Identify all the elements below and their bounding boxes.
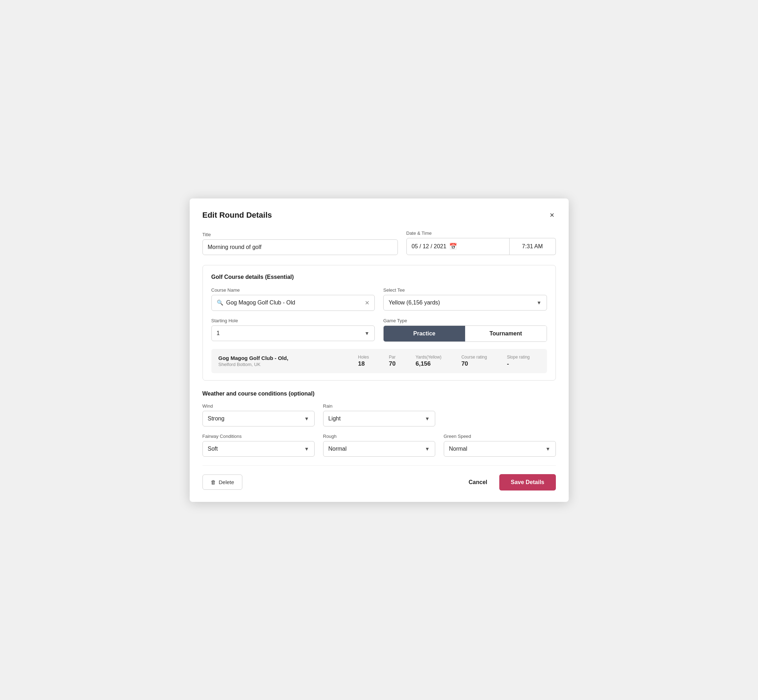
chevron-down-icon: ▼ [365,330,370,336]
course-tee-row: Course Name 🔍 Gog Magog Golf Club - Old … [211,288,547,311]
course-rating-label: Course rating [461,355,487,359]
rain-field-group: Rain Light ▼ [323,403,435,427]
select-tee-group: Select Tee Yellow (6,156 yards) ▼ [383,288,547,311]
edit-round-modal: Edit Round Details × Title Date & Time 0… [190,198,568,502]
time-value: 7:31 AM [522,243,543,250]
starting-hole-value: 1 [217,330,220,336]
course-name-group: Course Name 🔍 Gog Magog Golf Club - Old … [211,288,375,311]
modal-footer: 🗑 Delete Cancel Save Details [202,474,556,491]
par-label: Par [389,355,396,359]
green-speed-dropdown[interactable]: Normal ▼ [444,441,556,457]
delete-label: Delete [219,479,234,485]
date-input[interactable]: 05 / 12 / 2021 📅 [406,238,510,255]
chevron-down-icon: ▼ [304,446,309,452]
golf-course-section: Golf Course details (Essential) Course N… [202,265,556,381]
select-tee-label: Select Tee [383,288,547,293]
tournament-toggle-button[interactable]: Tournament [465,326,547,341]
course-info-name: Gog Magog Golf Club - Old, Shelford Bott… [219,355,348,367]
slope-value: - [507,360,509,367]
weather-title: Weather and course conditions (optional) [202,391,556,397]
course-name-value: Gog Magog Golf Club - Old [226,300,362,306]
rough-field-group: Rough Normal ▼ [323,434,435,457]
chevron-down-icon: ▼ [425,446,430,452]
trash-icon: 🗑 [211,479,216,485]
course-stat-par: Par 70 [379,355,406,367]
course-name-input[interactable]: 🔍 Gog Magog Golf Club - Old ✕ [211,295,375,311]
course-info-name-text: Gog Magog Golf Club - Old, [219,355,348,361]
rough-value: Normal [329,446,347,452]
date-value: 05 / 12 / 2021 [412,243,446,250]
time-input[interactable]: 7:31 AM [510,238,556,255]
starting-hole-dropdown[interactable]: 1 ▼ [211,325,375,341]
footer-divider [202,465,556,466]
rain-value: Light [329,416,341,422]
calendar-icon: 📅 [449,242,457,250]
rough-label: Rough [323,434,435,439]
course-info-location: Shelford Bottom, UK [219,362,348,367]
date-time-row: 05 / 12 / 2021 📅 7:31 AM [406,238,556,255]
hole-gametype-row: Starting Hole 1 ▼ Game Type Practice Tou… [211,318,547,342]
date-label: Date & Time [406,230,556,236]
game-type-group: Game Type Practice Tournament [383,318,547,342]
chevron-down-icon: ▼ [425,416,430,422]
golf-section-title: Golf Course details (Essential) [211,274,547,280]
green-speed-label: Green Speed [444,434,556,439]
footer-right: Cancel Save Details [462,474,556,491]
course-name-label: Course Name [211,288,375,293]
yards-label: Yards(Yellow) [416,355,442,359]
course-stat-rating: Course rating 70 [451,355,497,367]
course-rating-value: 70 [461,360,468,367]
starting-hole-group: Starting Hole 1 ▼ [211,318,375,342]
fairway-label: Fairway Conditions [202,434,315,439]
clear-icon[interactable]: ✕ [365,300,370,306]
cancel-button[interactable]: Cancel [462,475,493,490]
yards-value: 6,156 [416,360,431,367]
search-icon: 🔍 [217,300,224,306]
title-input[interactable] [202,239,398,255]
select-tee-dropdown[interactable]: Yellow (6,156 yards) ▼ [383,295,547,311]
game-type-label: Game Type [383,318,547,323]
wind-field-group: Wind Strong ▼ [202,403,315,427]
starting-hole-label: Starting Hole [211,318,375,323]
wind-rain-row: Wind Strong ▼ Rain Light ▼ [202,403,556,427]
title-field-group: Title [202,232,398,255]
holes-value: 18 [358,360,365,367]
fairway-field-group: Fairway Conditions Soft ▼ [202,434,315,457]
date-field-group: Date & Time 05 / 12 / 2021 📅 7:31 AM [406,230,556,255]
fairway-value: Soft [208,446,218,452]
holes-label: Holes [358,355,369,359]
rough-dropdown[interactable]: Normal ▼ [323,441,435,457]
chevron-down-icon: ▼ [304,416,309,422]
practice-toggle-button[interactable]: Practice [384,326,465,341]
modal-title: Edit Round Details [202,211,272,220]
top-row: Title Date & Time 05 / 12 / 2021 📅 7:31 … [202,230,556,255]
wind-dropdown[interactable]: Strong ▼ [202,411,315,427]
wind-value: Strong [208,416,224,422]
par-value: 70 [389,360,396,367]
conditions-row: Fairway Conditions Soft ▼ Rough Normal ▼… [202,434,556,457]
game-type-toggle: Practice Tournament [383,325,547,342]
modal-header: Edit Round Details × [202,210,556,220]
chevron-down-icon: ▼ [545,446,551,452]
course-info-row: Gog Magog Golf Club - Old, Shelford Bott… [211,349,547,373]
save-button[interactable]: Save Details [499,474,556,491]
course-stat-holes: Holes 18 [348,355,379,367]
title-label: Title [202,232,398,237]
green-speed-field-group: Green Speed Normal ▼ [444,434,556,457]
select-tee-value: Yellow (6,156 yards) [388,300,440,306]
delete-button[interactable]: 🗑 Delete [202,475,242,490]
green-speed-value: Normal [449,446,468,452]
rain-label: Rain [323,403,435,409]
fairway-dropdown[interactable]: Soft ▼ [202,441,315,457]
close-button[interactable]: × [548,210,556,220]
course-stat-slope: Slope rating - [497,355,539,367]
slope-label: Slope rating [507,355,529,359]
course-stat-yards: Yards(Yellow) 6,156 [406,355,452,367]
chevron-down-icon: ▼ [537,300,542,306]
weather-section: Weather and course conditions (optional)… [202,391,556,457]
rain-dropdown[interactable]: Light ▼ [323,411,435,427]
wind-label: Wind [202,403,315,409]
